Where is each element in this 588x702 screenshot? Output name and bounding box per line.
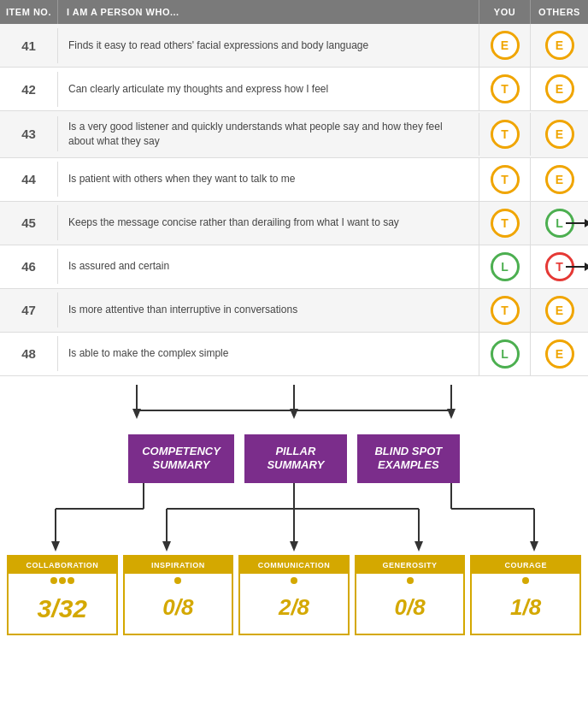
table-container: ITEM NO. I AM A PERSON WHO... YOU OTHERS…: [0, 0, 588, 376]
pillar-card[interactable]: GENEROSITY 0/8: [355, 555, 466, 635]
you-badge: T: [491, 165, 520, 194]
header-you: YOU: [479, 0, 530, 24]
pillar-value: 0/8: [356, 587, 464, 631]
pillar-dot: [291, 577, 297, 584]
you-badge: L: [491, 252, 520, 281]
svg-marker-7: [447, 409, 456, 419]
header-others: OTHERS: [530, 0, 588, 24]
row-others-badge: E: [530, 68, 588, 110]
pillar-cards: COLLABORATION 3/32 INSPIRATION 0/8 COMMU…: [0, 555, 588, 652]
row-item-number: 44: [0, 162, 58, 197]
pillar-dots: [9, 574, 116, 587]
table-row: 44 Is patient with others when they want…: [0, 158, 588, 202]
you-badge: T: [491, 296, 520, 325]
svg-marker-20: [415, 541, 423, 552]
pillar-label: GENEROSITY: [356, 557, 464, 574]
others-badge: E: [545, 339, 574, 369]
row-description: Finds it easy to read others' facial exp…: [58, 30, 479, 62]
you-badge: E: [491, 31, 520, 60]
row-description: Is a very good listener and quickly unde…: [58, 111, 479, 157]
table-row: 41 Finds it easy to read others' facial …: [0, 24, 588, 68]
row-others-badge: T: [530, 245, 588, 288]
table-row: 47 Is more attentive than interruptive i…: [0, 289, 588, 333]
pillar-dots: [472, 574, 579, 587]
pillar-dot: [522, 577, 529, 584]
competency-summary-box[interactable]: COMPETENCYSUMMARY: [128, 434, 234, 484]
pillar-dots: [356, 574, 464, 587]
table-to-boxes-connector: [0, 385, 588, 419]
boxes-to-pillars-connector: [0, 483, 588, 552]
svg-marker-6: [290, 409, 298, 419]
pillar-card[interactable]: INSPIRATION 0/8: [123, 555, 234, 635]
you-badge: L: [491, 339, 520, 369]
pillar-dot: [59, 577, 66, 584]
table-row: 45 Keeps the message concise rather than…: [0, 202, 588, 245]
you-badge: T: [491, 74, 520, 103]
others-badge: E: [545, 120, 574, 149]
row-you-badge: T: [479, 289, 530, 332]
pillar-card[interactable]: COLLABORATION 3/32: [7, 555, 118, 635]
row-others-badge: E: [530, 158, 588, 201]
row-item-number: 41: [0, 28, 58, 63]
table-row: 43 Is a very good listener and quickly u…: [0, 111, 588, 158]
pillar-label: COMMUNICATION: [240, 557, 348, 574]
pillar-card[interactable]: COMMUNICATION 2/8: [238, 555, 350, 635]
others-badge: E: [545, 74, 574, 103]
svg-marker-5: [132, 409, 141, 419]
others-badge: E: [545, 165, 574, 194]
row-you-badge: T: [479, 113, 530, 156]
pillar-dots: [125, 574, 232, 587]
you-badge: T: [491, 120, 520, 149]
row-you-badge: L: [479, 245, 530, 288]
svg-marker-17: [290, 541, 298, 552]
row-description: Can clearly articulate my thoughts and e…: [58, 74, 479, 105]
row-description: Is assured and certain: [58, 251, 479, 282]
row-item-number: 48: [0, 336, 58, 371]
table-row: 42 Can clearly articulate my thoughts an…: [0, 68, 588, 111]
row-you-badge: T: [479, 202, 530, 245]
pillar-summary-box[interactable]: PILLARSUMMARY: [244, 434, 347, 484]
pillar-label: COURAGE: [472, 557, 579, 574]
row-description: Keeps the message concise rather than de…: [58, 207, 479, 239]
pillar-card[interactable]: COURAGE 1/8: [470, 555, 581, 635]
row-others-badge: E: [530, 289, 588, 332]
pillar-dot: [407, 577, 414, 584]
table-header: ITEM NO. I AM A PERSON WHO... YOU OTHERS: [0, 0, 588, 24]
header-description: I AM A PERSON WHO...: [58, 0, 479, 24]
pillar-value: 0/8: [125, 587, 232, 631]
row-others-badge: L: [530, 202, 588, 245]
row-item-number: 45: [0, 205, 58, 240]
row-others-badge: E: [530, 113, 588, 156]
pillar-dot: [68, 577, 74, 584]
svg-marker-11: [51, 541, 60, 552]
table-row: 46 Is assured and certain L T: [0, 245, 588, 289]
svg-marker-24: [530, 541, 538, 552]
table-row: 48 Is able to make the complex simple L …: [0, 333, 588, 376]
row-others-badge: E: [530, 24, 588, 67]
pillar-value: 1/8: [472, 587, 579, 631]
pillar-dot: [50, 577, 57, 584]
row-description: Is patient with others when they want to…: [58, 163, 479, 195]
pillar-value: 3/32: [9, 587, 116, 634]
row-item-number: 46: [0, 249, 58, 284]
flow-section: COMPETENCYSUMMARY PILLARSUMMARY BLIND SP…: [0, 376, 588, 653]
pillar-label: COLLABORATION: [9, 557, 116, 574]
row-description: Is more attentive than interruptive in c…: [58, 294, 479, 326]
header-item-no: ITEM NO.: [0, 0, 58, 24]
row-you-badge: E: [479, 24, 530, 67]
you-badge: T: [491, 209, 520, 238]
pillar-value: 2/8: [240, 587, 348, 631]
pillar-label: INSPIRATION: [125, 557, 232, 574]
pillar-dot: [174, 577, 181, 584]
pillar-dots: [240, 574, 348, 587]
row-you-badge: L: [479, 333, 530, 375]
svg-marker-15: [162, 541, 171, 552]
row-item-number: 47: [0, 292, 58, 327]
row-description: Is able to make the complex simple: [58, 338, 479, 369]
row-you-badge: T: [479, 68, 530, 110]
blind-spot-examples-box[interactable]: BLIND SPOTEXAMPLES: [357, 434, 460, 484]
summary-boxes: COMPETENCYSUMMARY PILLARSUMMARY BLIND SP…: [0, 422, 588, 484]
others-badge: E: [545, 296, 574, 325]
row-item-number: 43: [0, 116, 58, 151]
row-others-badge: E: [530, 333, 588, 375]
